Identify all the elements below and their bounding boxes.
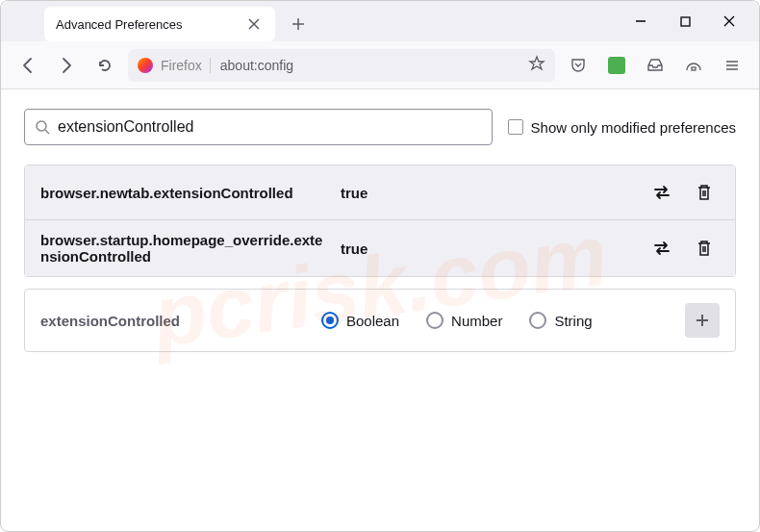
- pocket-icon[interactable]: [563, 50, 594, 81]
- new-pref-name: extensionControlled: [40, 313, 310, 329]
- profile-icon[interactable]: [678, 50, 709, 81]
- navbar: Firefox about:config: [1, 41, 759, 89]
- radio-string[interactable]: String: [529, 312, 592, 329]
- pref-name: browser.startup.homepage_override.extens…: [40, 232, 329, 265]
- pref-row: browser.newtab.extensionControlled true: [25, 165, 735, 219]
- radio-label: String: [554, 313, 592, 329]
- radio-icon: [321, 312, 339, 329]
- address-bar[interactable]: Firefox about:config: [128, 49, 555, 82]
- pref-value: true: [341, 185, 635, 201]
- inbox-icon[interactable]: [640, 50, 671, 81]
- toggle-button[interactable]: [646, 233, 677, 264]
- search-input[interactable]: [58, 118, 482, 136]
- bookmark-star-icon[interactable]: [528, 55, 545, 75]
- tab-title: Advanced Preferences: [56, 17, 183, 32]
- radio-icon: [529, 312, 546, 329]
- radio-label: Boolean: [346, 313, 399, 329]
- pref-row: browser.startup.homepage_override.extens…: [25, 219, 735, 276]
- radio-label: Number: [451, 313, 502, 329]
- minimize-button[interactable]: [619, 1, 663, 41]
- svg-rect-1: [692, 67, 696, 70]
- menu-button[interactable]: [717, 50, 747, 81]
- forward-button[interactable]: [51, 50, 82, 81]
- svg-rect-0: [681, 17, 690, 26]
- toggle-button[interactable]: [646, 177, 677, 208]
- addr-url: about:config: [220, 58, 520, 73]
- browser-tab[interactable]: Advanced Preferences: [44, 7, 275, 41]
- search-row: Show only modified preferences: [24, 109, 736, 145]
- back-button[interactable]: [13, 50, 43, 81]
- close-window-button[interactable]: [707, 1, 751, 41]
- close-tab-icon[interactable]: [244, 14, 264, 34]
- new-pref-row: extensionControlled Boolean Number Strin…: [24, 289, 736, 352]
- pref-name: browser.newtab.extensionControlled: [40, 185, 329, 201]
- svg-point-2: [37, 121, 46, 131]
- search-icon: [35, 119, 50, 135]
- delete-button[interactable]: [689, 177, 720, 208]
- window-controls: [619, 1, 759, 41]
- show-modified-checkbox[interactable]: Show only modified preferences: [508, 119, 736, 136]
- radio-number[interactable]: Number: [426, 312, 502, 329]
- firefox-icon: [138, 58, 153, 73]
- content-area: Show only modified preferences browser.n…: [1, 89, 759, 371]
- add-pref-button[interactable]: [685, 303, 720, 338]
- search-box[interactable]: [24, 109, 493, 145]
- new-tab-button[interactable]: [283, 9, 314, 39]
- maximize-button[interactable]: [663, 1, 707, 41]
- checkbox-icon: [508, 119, 523, 135]
- pref-value: true: [341, 241, 635, 257]
- reload-button[interactable]: [89, 50, 120, 81]
- extension-icon[interactable]: [601, 50, 632, 81]
- type-radio-group: Boolean Number String: [321, 312, 673, 329]
- titlebar: Advanced Preferences: [1, 1, 759, 41]
- delete-button[interactable]: [689, 233, 720, 264]
- results-list: browser.newtab.extensionControlled true …: [24, 165, 736, 277]
- addr-brand: Firefox: [161, 58, 211, 73]
- checkbox-label: Show only modified preferences: [531, 119, 736, 136]
- radio-icon: [426, 312, 443, 329]
- radio-boolean[interactable]: Boolean: [321, 312, 399, 329]
